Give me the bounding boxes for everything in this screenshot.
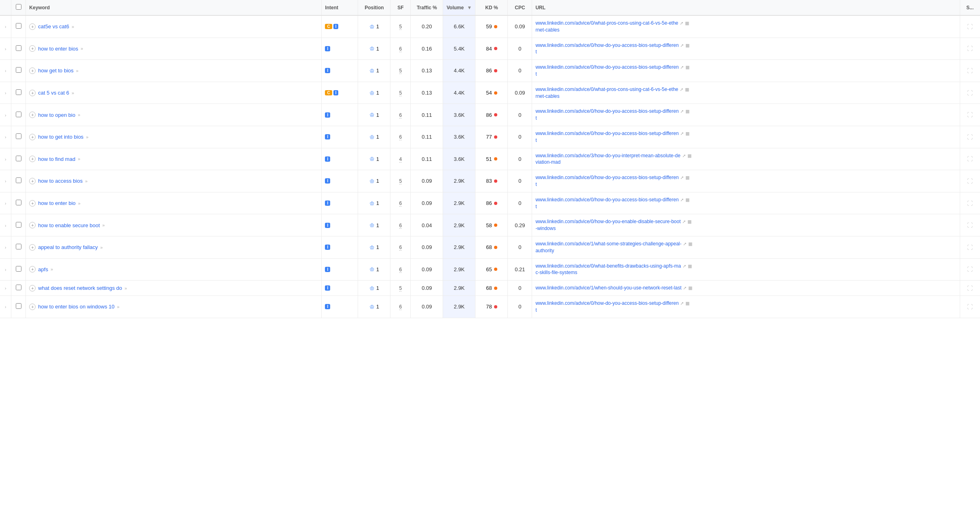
row-expand-button[interactable]: › (3, 156, 8, 163)
copy-icon[interactable]: ▦ (688, 241, 692, 247)
serp-icon[interactable]: ⛶ (967, 200, 973, 207)
keyword-link[interactable]: cat5e vs cat6 (38, 23, 69, 30)
keyword-column-header[interactable]: Keyword (26, 0, 322, 15)
external-link-icon[interactable]: ➚ (680, 109, 684, 114)
keyword-link[interactable]: how to enter bio (38, 200, 76, 206)
traffic-column-header[interactable]: Traffic % (411, 0, 443, 15)
copy-icon[interactable]: ▦ (685, 65, 689, 70)
external-link-icon[interactable]: ➚ (680, 301, 684, 306)
row-checkbox[interactable] (16, 177, 21, 183)
serp-icon[interactable]: ⛶ (967, 23, 973, 30)
keyword-expand-arrows[interactable]: » (72, 91, 74, 95)
external-link-icon[interactable]: ➚ (680, 87, 683, 92)
select-all-checkbox[interactable] (16, 4, 21, 10)
external-link-icon[interactable]: ➚ (682, 153, 686, 158)
row-checkbox[interactable] (16, 133, 21, 139)
row-checkbox[interactable] (16, 266, 21, 272)
serp-icon[interactable]: ⛶ (967, 134, 973, 140)
copy-icon[interactable]: ▦ (685, 87, 689, 92)
row-expand-button[interactable]: › (3, 304, 8, 310)
intent-column-header[interactable]: Intent (322, 0, 358, 15)
row-expand-button[interactable]: › (3, 285, 8, 291)
keyword-expand-arrows[interactable]: » (81, 46, 83, 51)
keyword-add-icon[interactable]: + (29, 68, 36, 74)
keyword-expand-arrows[interactable]: » (72, 24, 74, 29)
serp-icon[interactable]: ⛶ (967, 244, 973, 251)
row-expand-button[interactable]: › (3, 112, 8, 118)
row-expand-button[interactable]: › (3, 178, 8, 184)
row-checkbox[interactable] (16, 303, 21, 309)
row-expand-button[interactable]: › (3, 267, 8, 273)
url-link[interactable]: www.linkedin.com/advice/1/when-should-yo… (535, 285, 681, 291)
row-checkbox[interactable] (16, 156, 21, 161)
url-link[interactable]: www.linkedin.com/advice/0/how-do-you-ena… (535, 218, 681, 232)
keyword-link[interactable]: how to find mad (38, 156, 75, 162)
external-link-icon[interactable]: ➚ (683, 241, 687, 247)
url-link[interactable]: www.linkedin.com/advice/1/what-some-stra… (535, 241, 681, 254)
external-link-icon[interactable]: ➚ (680, 197, 684, 203)
url-column-header[interactable]: URL (532, 0, 960, 15)
serp-icon[interactable]: ⛶ (967, 68, 973, 74)
copy-icon[interactable]: ▦ (685, 197, 689, 203)
url-link[interactable]: www.linkedin.com/advice/3/how-do-you-int… (535, 152, 680, 166)
row-checkbox[interactable] (16, 67, 21, 73)
external-link-icon[interactable]: ➚ (680, 175, 684, 180)
url-link[interactable]: www.linkedin.com/advice/0/what-benefits-… (535, 263, 681, 276)
row-checkbox[interactable] (16, 222, 21, 228)
serp-icon[interactable]: ⛶ (967, 45, 973, 52)
keyword-link[interactable]: apfs (38, 266, 48, 272)
external-link-icon[interactable]: ➚ (680, 65, 684, 70)
row-checkbox[interactable] (16, 112, 21, 117)
copy-icon[interactable]: ▦ (687, 219, 692, 224)
keyword-add-icon[interactable]: + (29, 134, 36, 140)
row-expand-button[interactable]: › (3, 24, 8, 30)
url-link[interactable]: www.linkedin.com/advice/0/how-do-you-acc… (535, 196, 679, 210)
external-link-icon[interactable]: ➚ (682, 219, 686, 224)
external-link-icon[interactable]: ➚ (683, 285, 687, 291)
row-expand-button[interactable]: › (3, 223, 8, 229)
keyword-add-icon[interactable]: + (29, 90, 36, 96)
keyword-add-icon[interactable]: + (29, 266, 36, 272)
url-link[interactable]: www.linkedin.com/advice/0/how-do-you-acc… (535, 300, 679, 314)
keyword-add-icon[interactable]: + (29, 112, 36, 118)
url-link[interactable]: www.linkedin.com/advice/0/how-do-you-acc… (535, 42, 679, 56)
serp-icon[interactable]: ⛶ (967, 222, 973, 228)
row-checkbox[interactable] (16, 23, 21, 29)
keyword-add-icon[interactable]: + (29, 156, 36, 162)
serp-icon[interactable]: ⛶ (967, 304, 973, 310)
keyword-expand-arrows[interactable]: » (86, 135, 88, 139)
external-link-icon[interactable]: ➚ (680, 43, 684, 48)
row-checkbox[interactable] (16, 45, 21, 51)
keyword-expand-arrows[interactable]: » (117, 304, 119, 309)
keyword-expand-arrows[interactable]: » (102, 223, 105, 228)
serp-icon[interactable]: ⛶ (967, 112, 973, 118)
row-expand-button[interactable]: › (3, 68, 8, 74)
external-link-icon[interactable]: ➚ (683, 264, 686, 269)
s-column-header[interactable]: S... (960, 0, 980, 15)
keyword-link[interactable]: cat 5 vs cat 6 (38, 90, 69, 96)
volume-column-header[interactable]: Volume ▼ (443, 0, 475, 15)
keyword-link[interactable]: how to open bio (38, 112, 75, 118)
checkbox-column-header[interactable] (11, 0, 26, 15)
keyword-expand-arrows[interactable]: » (85, 179, 87, 184)
keyword-link[interactable]: appeal to authority fallacy (38, 244, 98, 250)
copy-icon[interactable]: ▦ (685, 131, 689, 136)
row-checkbox[interactable] (16, 89, 21, 95)
keyword-add-icon[interactable]: + (29, 222, 36, 228)
url-link[interactable]: www.linkedin.com/advice/0/how-do-you-acc… (535, 108, 679, 122)
copy-icon[interactable]: ▦ (687, 153, 692, 158)
copy-icon[interactable]: ▦ (685, 43, 689, 48)
keyword-add-icon[interactable]: + (29, 23, 36, 30)
keyword-link[interactable]: how to enter bios on windows 10 (38, 304, 115, 310)
keyword-link[interactable]: how to access bios (38, 178, 83, 184)
serp-icon[interactable]: ⛶ (967, 90, 973, 96)
copy-icon[interactable]: ▦ (685, 175, 689, 180)
keyword-add-icon[interactable]: + (29, 200, 36, 207)
keyword-expand-arrows[interactable]: » (125, 286, 127, 291)
keyword-link[interactable]: how to enter bios (38, 46, 78, 52)
row-expand-button[interactable]: › (3, 46, 8, 52)
keyword-add-icon[interactable]: + (29, 45, 36, 52)
keyword-add-icon[interactable]: + (29, 178, 36, 184)
keyword-link[interactable]: how to enable secure boot (38, 222, 100, 228)
keyword-add-icon[interactable]: + (29, 285, 36, 291)
